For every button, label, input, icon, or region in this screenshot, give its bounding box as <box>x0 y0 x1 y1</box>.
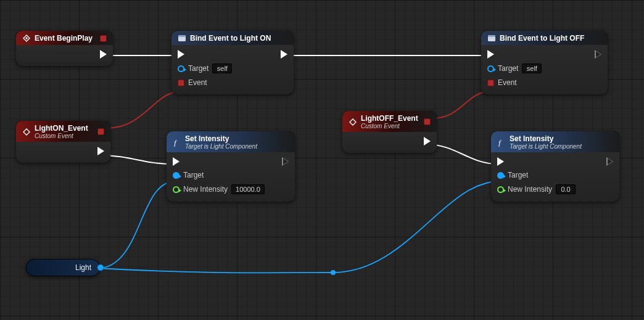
target-pin[interactable] <box>173 172 180 179</box>
exec-out-pin[interactable] <box>100 50 107 59</box>
svg-text:f: f <box>174 138 178 147</box>
exec-in-pin[interactable] <box>178 50 184 59</box>
function-icon: f <box>173 138 181 147</box>
node-header[interactable]: LightOFF_Event Custom Event <box>342 111 437 132</box>
pin-label: New Intensity <box>508 185 552 194</box>
node-title: Set Intensity <box>510 134 582 143</box>
node-title: LightON_Event <box>35 124 88 133</box>
svg-rect-2 <box>178 35 186 37</box>
bind-icon <box>178 34 186 43</box>
node-title: Bind Event to Light ON <box>190 34 271 43</box>
target-pin[interactable] <box>487 65 494 72</box>
exec-in-pin[interactable] <box>497 157 504 166</box>
new-intensity-pin[interactable] <box>497 186 504 193</box>
node-subtitle: Custom Event <box>35 133 88 139</box>
node-header[interactable]: Bind Event to Light OFF <box>481 31 608 45</box>
pin-label: Target <box>183 171 204 179</box>
svg-rect-4 <box>488 35 495 37</box>
node-subtitle: Target is Light Component <box>185 143 257 150</box>
exec-out-pin[interactable] <box>424 137 431 146</box>
function-icon: f <box>497 138 506 147</box>
target-value[interactable]: self <box>212 64 232 73</box>
exec-in-pin[interactable] <box>173 157 180 166</box>
node-set-intensity-on[interactable]: f Set Intensity Target is Light Componen… <box>167 131 295 202</box>
node-header[interactable]: Bind Event to Light ON <box>171 31 294 45</box>
node-header[interactable]: f Set Intensity Target is Light Componen… <box>167 131 295 152</box>
exec-out-pin[interactable] <box>595 50 601 59</box>
target-pin[interactable] <box>497 172 504 179</box>
event-icon <box>349 118 357 126</box>
delegate-out-pin[interactable] <box>97 128 104 135</box>
exec-out-pin[interactable] <box>282 157 289 166</box>
event-icon <box>22 34 31 43</box>
node-bind-light-on[interactable]: Bind Event to Light ON Target self Event <box>171 31 294 94</box>
target-value[interactable]: self <box>522 64 542 73</box>
pin-label: Event <box>188 78 207 87</box>
new-intensity-value[interactable]: 10000.0 <box>231 184 265 194</box>
delegate-out-pin[interactable] <box>424 118 431 125</box>
node-subtitle: Custom Event <box>361 123 418 129</box>
node-set-intensity-off[interactable]: f Set Intensity Target is Light Componen… <box>491 131 619 202</box>
pin-label: New Intensity <box>183 185 228 194</box>
exec-out-pin[interactable] <box>281 50 287 59</box>
pin-label: Target <box>498 64 518 73</box>
node-title: Set Intensity <box>185 134 257 143</box>
new-intensity-value[interactable]: 0.0 <box>556 184 576 194</box>
node-header[interactable]: Event BeginPlay <box>16 31 113 45</box>
delegate-out-pin[interactable] <box>100 35 107 42</box>
node-header[interactable]: f Set Intensity Target is Light Componen… <box>491 131 619 152</box>
exec-out-pin[interactable] <box>606 157 613 166</box>
node-title: LightOFF_Event <box>361 114 418 123</box>
svg-point-0 <box>331 270 336 275</box>
node-variable-light[interactable]: Light <box>26 259 100 276</box>
svg-text:f: f <box>498 138 502 147</box>
node-bind-light-off[interactable]: Bind Event to Light OFF Target self Even… <box>481 31 608 94</box>
node-event-beginplay[interactable]: Event BeginPlay <box>16 31 113 66</box>
node-lightoff-event[interactable]: LightOFF_Event Custom Event <box>342 111 437 153</box>
exec-out-pin[interactable] <box>97 147 104 155</box>
exec-in-pin[interactable] <box>487 50 494 59</box>
node-lighton-event[interactable]: LightON_Event Custom Event <box>16 121 110 163</box>
target-pin[interactable] <box>178 65 184 72</box>
event-delegate-pin[interactable] <box>178 80 184 86</box>
pin-label: Target <box>188 64 208 73</box>
value-out-pin[interactable] <box>97 265 104 271</box>
node-title: Event BeginPlay <box>35 34 93 43</box>
variable-label: Light <box>75 263 91 272</box>
node-subtitle: Target is Light Component <box>510 143 582 150</box>
event-icon <box>22 128 31 136</box>
pin-label: Event <box>498 78 517 87</box>
new-intensity-pin[interactable] <box>173 186 180 193</box>
event-delegate-pin[interactable] <box>487 80 494 86</box>
node-title: Bind Event to Light OFF <box>500 34 584 43</box>
pin-label: Target <box>508 171 528 179</box>
node-header[interactable]: LightON_Event Custom Event <box>16 121 110 142</box>
bind-icon <box>487 34 496 43</box>
